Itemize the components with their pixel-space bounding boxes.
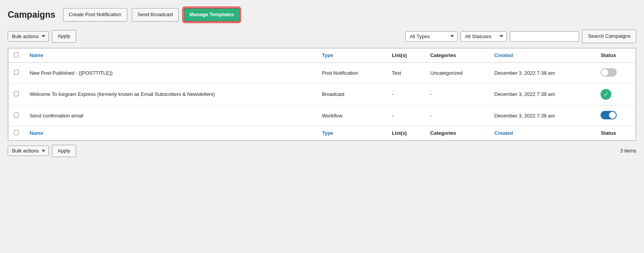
footer-header-name[interactable]: Name [24,126,316,140]
row3-checkbox[interactable] [14,112,19,117]
apply-button-top[interactable]: Apply [52,30,76,43]
bottom-toolbar: Bulk actions Apply 3 items [8,141,636,161]
campaigns-table-wrapper: Name Type List(s) Categories Created Sta… [8,48,636,141]
footer-header-type[interactable]: Type [316,126,386,140]
row3-lists: - [386,105,425,126]
row1-toggle-slider [601,68,617,77]
footer-header-checkbox-cell [8,126,25,140]
row2-checkbox-cell [8,83,25,105]
header-status: Status [595,48,636,62]
search-input[interactable] [510,31,579,42]
row1-created: December 3, 2022 7:38 am [489,62,596,83]
row2-status: ✓ [595,83,636,105]
header-lists: List(s) [386,48,425,62]
bulk-actions-select-bottom[interactable]: Bulk actions [8,146,49,156]
check-circle-icon: ✓ [601,89,611,100]
footer-header-categories: Categories [425,126,489,140]
row2-lists: - [386,83,425,105]
row1-status[interactable] [595,62,636,83]
header-checkbox-cell [8,48,25,62]
footer-header-lists: List(s) [386,126,425,140]
all-types-select[interactable]: All TypesPost NotificationBroadcastWorkf… [405,31,458,42]
header-categories: Categories [425,48,489,62]
row1-name: New Post Published - {{POSTTITLE}} [24,62,316,83]
items-count: 3 items [620,148,636,154]
row2-checkbox[interactable] [14,91,19,96]
footer-header-created[interactable]: Created [489,126,596,140]
row3-checkbox-cell [8,105,25,126]
create-post-notification-button[interactable]: Create Post Notification [63,8,127,22]
row1-type: Post Notification [316,62,386,83]
select-all-checkbox[interactable] [14,52,19,57]
all-statuses-select[interactable]: All StatusesActiveInactiveDraft [461,31,507,42]
header-created[interactable]: Created [489,48,596,62]
row3-toggle-slider [601,111,617,119]
header-name[interactable]: Name [24,48,316,62]
top-toolbar: Bulk actions Apply All TypesPost Notific… [8,30,636,43]
table-row: New Post Published - {{POSTTITLE}} Post … [8,62,636,83]
page-title: Campaigns [8,10,55,20]
row2-name: Welcome To Icegram Express (formerly kno… [24,83,316,105]
header-type[interactable]: Type [316,48,386,62]
campaigns-table: Name Type List(s) Categories Created Sta… [8,48,636,141]
row2-created: December 3, 2022 7:38 am [489,83,596,105]
manage-templates-button[interactable]: Manage Templates [183,8,240,22]
row3-status[interactable] [595,105,636,126]
table-row: Send confirmation email Workflow - - Dec… [8,105,636,126]
footer-select-all-checkbox[interactable] [14,130,19,135]
row2-type: Broadcast [316,83,386,105]
row1-lists: Test [386,62,425,83]
search-campaigns-button[interactable]: Search Campaigns [582,30,636,43]
table-row: Welcome To Icegram Express (formerly kno… [8,83,636,105]
send-broadcast-button[interactable]: Send Broadcast [132,8,179,22]
footer-header-status: Status [595,126,636,140]
table-footer-header-row: Name Type List(s) Categories Created Sta… [8,126,636,140]
row3-type: Workflow [316,105,386,126]
row1-checkbox-cell [8,62,25,83]
row3-toggle[interactable] [601,111,617,119]
apply-button-bottom[interactable]: Apply [52,145,76,157]
row3-categories: - [425,105,489,126]
table-header-row: Name Type List(s) Categories Created Sta… [8,48,636,62]
row3-name: Send confirmation email [24,105,316,126]
row1-categories: Uncategorized [425,62,489,83]
row1-toggle[interactable] [601,68,617,77]
bulk-actions-select-top[interactable]: Bulk actions [8,31,49,42]
row3-created: December 3, 2022 7:38 am [489,105,596,126]
row2-categories: - [425,83,489,105]
row1-checkbox[interactable] [14,70,19,75]
